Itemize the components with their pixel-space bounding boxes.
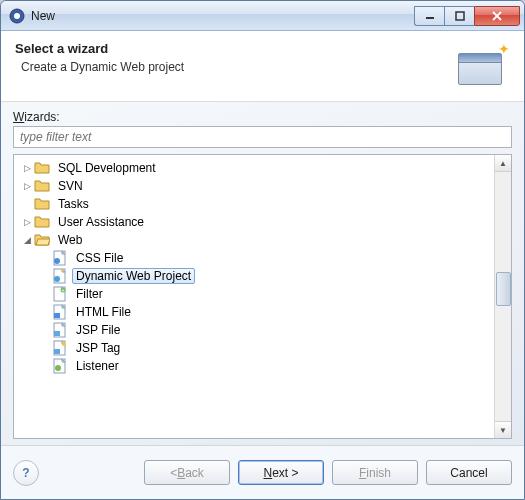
svg-rect-14 [54,313,60,318]
tree-item[interactable]: Dynamic Web Project [14,267,494,285]
tree-item-label: JSP Tag [72,340,124,356]
file-icon [52,340,68,356]
minimize-button[interactable] [414,6,444,26]
button-bar: ? < Back Next > Finish Cancel [1,445,524,499]
tree-item[interactable]: HTML File [14,303,494,321]
maximize-button[interactable] [444,6,474,26]
tree-item-label: Dynamic Web Project [72,268,195,284]
wizard-tree[interactable]: ▷SQL Development▷SVNTasks▷User Assistanc… [13,154,512,439]
wizard-subtitle: Create a Dynamic Web project [21,60,454,74]
tree-item-label: Listener [72,358,123,374]
tree-expander-icon[interactable]: ◢ [20,235,34,245]
file-icon [52,358,68,374]
titlebar[interactable]: New [1,1,524,31]
back-button: < Back [144,460,230,485]
tree-item[interactable]: +Filter [14,285,494,303]
tree-item-label: User Assistance [54,214,148,230]
file-icon [52,250,68,266]
folder-icon [34,197,50,211]
folder-icon [34,161,50,175]
filter-input[interactable] [13,126,512,148]
tree-item[interactable]: ▷User Assistance [14,213,494,231]
svg-point-21 [55,365,61,371]
tree-item-label: Tasks [54,196,93,212]
tree-item[interactable]: JSP File [14,321,494,339]
tree-item[interactable]: JSP Tag [14,339,494,357]
tree-item[interactable]: Listener [14,357,494,375]
scrollbar-vertical[interactable]: ▲ ▼ [494,155,511,438]
file-icon [52,322,68,338]
wizard-banner-icon: ✦ [454,41,510,89]
tree-item-label: HTML File [72,304,135,320]
tree-item[interactable]: ▷SVN [14,177,494,195]
tree-item-label: Filter [72,286,107,302]
svg-rect-16 [54,331,60,336]
folder-open-icon [34,233,50,247]
wizard-header: Select a wizard Create a Dynamic Web pro… [1,31,524,102]
scroll-thumb[interactable] [496,272,511,306]
app-icon [9,8,25,24]
tree-item-label: JSP File [72,322,124,338]
next-button[interactable]: Next > [238,460,324,485]
svg-point-19 [62,342,66,346]
tree-expander-icon[interactable]: ▷ [20,181,34,191]
folder-icon [34,215,50,229]
file-icon [52,304,68,320]
tree-item[interactable]: ◢Web [14,231,494,249]
scroll-up-icon[interactable]: ▲ [495,155,511,172]
svg-rect-18 [54,349,60,354]
folder-icon [34,179,50,193]
tree-item[interactable]: ▷SQL Development [14,159,494,177]
svg-text:+: + [62,287,65,293]
file-icon: + [52,286,68,302]
tree-item-label: SVN [54,178,87,194]
new-wizard-dialog: New Select a wizard Create a Dynamic Web… [0,0,525,500]
wizard-body: Wizards: ▷SQL Development▷SVNTasks▷User … [1,102,524,445]
svg-rect-3 [456,12,464,20]
wizard-title: Select a wizard [15,41,454,56]
file-icon [52,268,68,284]
tree-item-label: Web [54,232,86,248]
wizards-label: Wizards: [13,110,512,124]
tree-expander-icon[interactable]: ▷ [20,217,34,227]
help-button[interactable]: ? [13,460,39,486]
tree-item-label: CSS File [72,250,127,266]
window-controls [414,6,520,26]
finish-button: Finish [332,460,418,485]
tree-item[interactable]: CSS File [14,249,494,267]
svg-point-7 [54,258,60,264]
tree-item[interactable]: Tasks [14,195,494,213]
window-title: New [31,9,414,23]
tree-expander-icon[interactable]: ▷ [20,163,34,173]
svg-point-1 [14,13,20,19]
close-button[interactable] [474,6,520,26]
cancel-button[interactable]: Cancel [426,460,512,485]
svg-point-9 [54,276,60,282]
tree-item-label: SQL Development [54,160,160,176]
scroll-down-icon[interactable]: ▼ [495,421,511,438]
